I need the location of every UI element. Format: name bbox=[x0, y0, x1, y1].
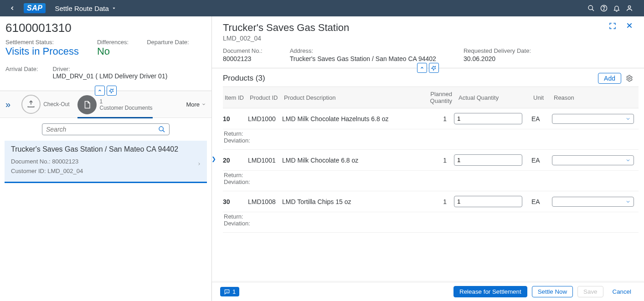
depart-label: Departure Date: bbox=[147, 39, 189, 46]
actual-qty-input[interactable] bbox=[454, 196, 522, 207]
split-handle[interactable]: ❯ bbox=[211, 156, 216, 162]
detail-subtitle: LMD_002_04 bbox=[223, 35, 349, 42]
docs-label: Customer Documents bbox=[99, 105, 152, 111]
req-date-value: 30.06.2020 bbox=[464, 55, 531, 62]
row-sublines: Return:Deviation: bbox=[223, 129, 639, 150]
row-sublines: Return:Deviation: bbox=[223, 171, 639, 191]
svg-marker-0 bbox=[113, 8, 115, 9]
settle-now-button[interactable]: Settle Now bbox=[532, 286, 573, 297]
unit: EA bbox=[531, 198, 552, 205]
status-value[interactable]: Visits in Process bbox=[5, 46, 79, 57]
svg-point-12 bbox=[227, 292, 227, 293]
item-id: 10 bbox=[223, 115, 248, 122]
product-id: LMD1001 bbox=[248, 157, 282, 164]
doc-no-label: Document No.: bbox=[223, 47, 263, 54]
product-desc: LMD Tortilla Chips 15 oz bbox=[282, 198, 417, 205]
table-row: 10 LMD1000 LMD Milk Chocolate Hazelnuts … bbox=[223, 108, 639, 129]
collapse-header-button[interactable] bbox=[95, 86, 105, 96]
product-id: LMD1000 bbox=[248, 115, 282, 122]
svg-point-6 bbox=[159, 127, 163, 131]
unit: EA bbox=[531, 115, 552, 122]
table-settings-icon[interactable] bbox=[626, 75, 633, 82]
sap-logo: SAP bbox=[24, 3, 46, 13]
search-icon[interactable] bbox=[587, 5, 600, 12]
reason-select[interactable] bbox=[552, 155, 634, 165]
product-desc: LMD Milk Chocolate 6.8 oz bbox=[282, 157, 417, 164]
status-label: Settlement Status: bbox=[5, 39, 79, 46]
svg-point-1 bbox=[588, 5, 592, 10]
more-tabs[interactable]: More bbox=[186, 101, 206, 108]
svg-point-4 bbox=[603, 10, 604, 10]
fullscreen-icon[interactable] bbox=[608, 22, 617, 30]
unit: EA bbox=[531, 157, 552, 164]
driver-label: Driver: bbox=[53, 66, 168, 72]
diff-label: Differences: bbox=[97, 39, 129, 46]
upload-icon bbox=[21, 95, 41, 114]
card-cust: LMD_002_04 bbox=[47, 168, 83, 174]
actual-qty-input[interactable] bbox=[454, 113, 522, 124]
driver-value: LMD_DRV_01 ( LMD Delivery Driver 01) bbox=[53, 72, 168, 80]
table-header: Item ID Product ID Product Description P… bbox=[223, 87, 639, 108]
svg-line-7 bbox=[163, 130, 165, 132]
save-button: Save bbox=[577, 286, 603, 297]
nav-back-button[interactable] bbox=[5, 5, 19, 11]
planned-qty: 1 bbox=[417, 157, 454, 164]
search-field[interactable] bbox=[42, 123, 170, 135]
cancel-button[interactable]: Cancel bbox=[608, 286, 636, 297]
svg-line-2 bbox=[592, 9, 594, 11]
table-row: 20 LMD1001 LMD Milk Chocolate 6.8 oz 1 E… bbox=[223, 150, 639, 171]
item-id: 20 bbox=[223, 157, 248, 164]
caret-down-icon bbox=[112, 6, 116, 10]
reason-select[interactable] bbox=[552, 197, 634, 207]
diff-value: No bbox=[97, 46, 129, 57]
actual-qty-input[interactable] bbox=[454, 154, 522, 166]
shell-title[interactable]: Settle Route Data bbox=[55, 5, 116, 12]
req-date-label: Requested Delivery Date: bbox=[464, 47, 531, 54]
checkout-tab-label: Check-Out bbox=[43, 101, 69, 107]
help-icon[interactable] bbox=[600, 5, 613, 12]
card-title: Trucker's Saves Gas Station / San Mateo … bbox=[11, 145, 201, 153]
pin-detail-button[interactable] bbox=[429, 63, 439, 73]
search-input[interactable] bbox=[46, 126, 158, 133]
card-doc: 80002123 bbox=[52, 158, 78, 165]
product-desc: LMD Milk Chocolate Hazelnuts 6.8 oz bbox=[282, 115, 417, 122]
checkout-tab[interactable]: Check-Out bbox=[21, 95, 69, 114]
addr-value: Trucker's Saves Gas Station / San Mateo … bbox=[290, 55, 436, 62]
chevron-down-icon bbox=[201, 102, 206, 107]
customer-docs-tab[interactable]: 1 Customer Documents bbox=[77, 95, 152, 118]
route-number: 6100001310 bbox=[5, 21, 206, 35]
document-icon bbox=[77, 95, 97, 114]
svg-point-5 bbox=[628, 6, 630, 8]
add-product-button[interactable]: Add bbox=[598, 73, 621, 84]
doc-no-value: 80002123 bbox=[223, 55, 263, 62]
item-id: 30 bbox=[223, 198, 248, 205]
docs-count: 1 bbox=[99, 98, 152, 105]
shell-title-text: Settle Route Data bbox=[55, 5, 108, 12]
comments-button[interactable]: 1 bbox=[220, 287, 239, 296]
card-doc-label: Document No.: bbox=[11, 158, 52, 165]
release-button[interactable]: Release for Settlement bbox=[453, 286, 527, 297]
planned-qty: 1 bbox=[417, 115, 454, 122]
pin-header-button[interactable] bbox=[107, 86, 117, 96]
close-detail-icon[interactable] bbox=[626, 22, 633, 30]
svg-point-10 bbox=[629, 77, 630, 79]
row-sublines: Return:Deviation: bbox=[223, 212, 639, 233]
user-icon[interactable] bbox=[626, 5, 639, 12]
expand-tabs-icon[interactable]: » bbox=[5, 99, 13, 110]
notification-icon[interactable] bbox=[613, 5, 626, 12]
products-heading: Products (3) bbox=[223, 74, 265, 83]
customer-card[interactable]: Trucker's Saves Gas Station / San Mateo … bbox=[5, 141, 207, 183]
arrival-label: Arrival Date: bbox=[5, 66, 38, 72]
detail-title: Trucker's Saves Gas Station bbox=[223, 22, 349, 34]
table-row: 30 LMD1008 LMD Tortilla Chips 15 oz 1 EA bbox=[223, 191, 639, 212]
addr-label: Address: bbox=[290, 47, 436, 54]
card-cust-label: Customer ID: bbox=[11, 168, 47, 174]
chevron-right-icon bbox=[197, 162, 201, 166]
reason-select[interactable] bbox=[552, 114, 634, 124]
product-id: LMD1008 bbox=[248, 198, 282, 205]
collapse-detail-button[interactable] bbox=[417, 63, 427, 73]
search-submit-icon[interactable] bbox=[158, 126, 165, 133]
planned-qty: 1 bbox=[417, 198, 454, 205]
